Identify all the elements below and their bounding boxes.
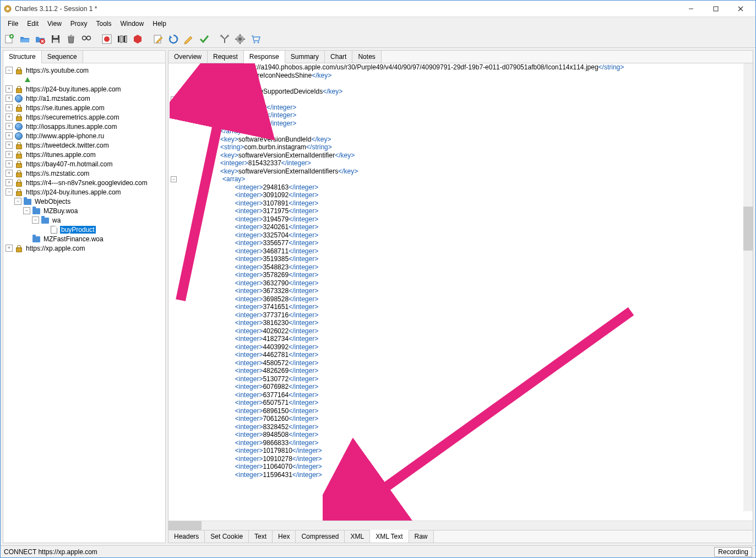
menu-file[interactable]: File xyxy=(3,18,23,29)
tree-item[interactable]: +http://www.apple-iphone.ru xyxy=(3,131,165,140)
xml-text-view[interactable]: <string>http://a1940.phobos.apple.com/us… xyxy=(168,63,753,521)
maximize-button[interactable] xyxy=(703,1,728,17)
open-icon[interactable] xyxy=(18,32,31,46)
save-icon[interactable] xyxy=(49,32,62,46)
tree-expander[interactable]: − xyxy=(23,207,30,214)
tree-expander[interactable]: − xyxy=(6,188,13,196)
tree-item[interactable]: +https://bay407-m.hotmail.com xyxy=(3,159,165,169)
tree-item[interactable]: +https://tweetdeck.twitter.com xyxy=(3,140,165,150)
menu-proxy[interactable]: Proxy xyxy=(66,18,92,29)
tab-hex[interactable]: Hex xyxy=(273,530,296,543)
tab-sequence[interactable]: Sequence xyxy=(42,51,83,63)
status-recording: Recording xyxy=(714,547,752,557)
tools-icon[interactable] xyxy=(218,32,231,46)
tree-expander[interactable]: + xyxy=(6,151,13,158)
tree-expander[interactable]: + xyxy=(6,142,13,149)
tree-item[interactable]: buyProduct xyxy=(3,225,165,234)
tree-expander[interactable]: + xyxy=(6,104,13,111)
tab-xml-text[interactable]: XML Text xyxy=(370,530,409,543)
horizontal-scrollbar[interactable] xyxy=(168,521,753,530)
response-body: <string>http://a1940.phobos.apple.com/us… xyxy=(168,63,753,521)
tree-label: https://securemetrics.apple.com xyxy=(25,113,120,121)
tab-notes[interactable]: Notes xyxy=(352,51,381,63)
repeat-icon[interactable] xyxy=(167,32,180,46)
menu-view[interactable]: View xyxy=(43,18,66,29)
host-tree[interactable]: −https://s.youtube.com+https://p24-buy.i… xyxy=(3,63,165,543)
tree-expander[interactable]: + xyxy=(6,85,13,93)
tree-item[interactable]: −https://s.youtube.com xyxy=(3,66,165,75)
tree-item[interactable]: −MZBuy.woa xyxy=(3,206,165,215)
tab-headers[interactable]: Headers xyxy=(168,530,205,543)
tree-expander[interactable]: + xyxy=(6,170,13,177)
tab-response[interactable]: Response xyxy=(244,51,285,63)
tree-item[interactable]: +http://iosapps.itunes.apple.com xyxy=(3,122,165,131)
window-controls xyxy=(678,1,753,17)
svg-rect-21 xyxy=(125,36,127,42)
fold-toggle[interactable]: − xyxy=(171,96,177,102)
close-session-icon[interactable] xyxy=(34,32,47,46)
settings-icon[interactable] xyxy=(233,32,247,46)
tree-item[interactable]: MZFastFinance.woa xyxy=(3,234,165,243)
lock-icon xyxy=(14,113,23,122)
globe-icon xyxy=(14,122,23,131)
menu-tools[interactable]: Tools xyxy=(92,18,116,29)
tree-item[interactable]: +https://itunes.apple.com xyxy=(3,150,165,159)
record-icon[interactable] xyxy=(100,32,113,46)
tab-request[interactable]: Request xyxy=(208,51,244,63)
validate-icon[interactable] xyxy=(198,32,211,46)
globe-icon xyxy=(14,94,23,103)
fold-toggle[interactable]: − xyxy=(171,176,177,182)
tree-item[interactable]: +https://se.itunes.apple.com xyxy=(3,103,165,112)
menu-window[interactable]: Window xyxy=(116,18,149,29)
close-button[interactable] xyxy=(728,1,753,17)
tab-raw[interactable]: Raw xyxy=(409,530,434,543)
tree-label: http://iosapps.itunes.apple.com xyxy=(25,123,118,131)
tab-text[interactable]: Text xyxy=(249,530,273,543)
tree-item[interactable]: +https://r4---sn-n8v7snek.googlevideo.co… xyxy=(3,178,165,187)
tree-label: https://bay407-m.hotmail.com xyxy=(25,160,113,168)
right-tabs: Overview Request Response Summary Chart … xyxy=(168,51,753,63)
tree-expander[interactable]: − xyxy=(14,198,21,205)
edit-icon[interactable] xyxy=(182,32,195,46)
tree-expander[interactable]: + xyxy=(6,160,13,167)
tree-label: https://s.mzstatic.com xyxy=(25,170,90,177)
tree-item[interactable]: −wa xyxy=(3,215,165,225)
vertical-scrollbar[interactable] xyxy=(743,63,753,511)
new-session-icon[interactable] xyxy=(3,32,16,46)
tree-item[interactable]: −WebObjects xyxy=(3,197,165,206)
tree-item[interactable]: +https://xp.apple.com xyxy=(3,243,165,253)
window-title: Charles 3.11.2 - Session 1 * xyxy=(15,5,678,13)
tree-item[interactable]: +https://s.mzstatic.com xyxy=(3,169,165,178)
tab-compressed[interactable]: Compressed xyxy=(296,530,345,543)
tree-item[interactable]: +http://a1.mzstatic.com xyxy=(3,94,165,103)
svg-marker-22 xyxy=(134,35,142,44)
svg-rect-18 xyxy=(118,36,119,42)
tree-item[interactable]: +https://p24-buy.itunes.apple.com xyxy=(3,84,165,94)
tree-expander[interactable]: + xyxy=(6,95,13,102)
menu-edit[interactable]: Edit xyxy=(23,18,43,29)
tab-xml[interactable]: XML xyxy=(345,530,370,543)
tab-summary[interactable]: Summary xyxy=(285,51,325,63)
tree-expander[interactable]: + xyxy=(6,132,13,139)
throttle-icon[interactable] xyxy=(116,32,129,46)
tree-item[interactable]: +https://securemetrics.apple.com xyxy=(3,112,165,122)
cart-icon[interactable] xyxy=(249,32,262,46)
tree-expander[interactable]: + xyxy=(6,123,13,130)
compose-icon[interactable] xyxy=(151,32,165,46)
tree-expander[interactable]: + xyxy=(6,113,13,121)
tree-expander[interactable]: − xyxy=(32,216,39,224)
tree-expander[interactable]: + xyxy=(6,179,13,186)
find-icon[interactable] xyxy=(80,32,93,46)
tab-structure[interactable]: Structure xyxy=(3,51,42,63)
minimize-button[interactable] xyxy=(678,1,703,17)
trash-icon[interactable] xyxy=(64,32,78,46)
tab-chart[interactable]: Chart xyxy=(325,51,352,63)
tree-item[interactable] xyxy=(3,75,165,84)
tab-set-cookie[interactable]: Set Cookie xyxy=(205,530,249,543)
tree-expander[interactable]: + xyxy=(6,245,13,252)
menu-help[interactable]: Help xyxy=(148,18,171,29)
breakpoints-icon[interactable] xyxy=(131,32,144,46)
tab-overview[interactable]: Overview xyxy=(168,51,208,63)
tree-item[interactable]: −https://p24-buy.itunes.apple.com xyxy=(3,187,165,197)
tree-expander[interactable]: − xyxy=(6,67,13,74)
